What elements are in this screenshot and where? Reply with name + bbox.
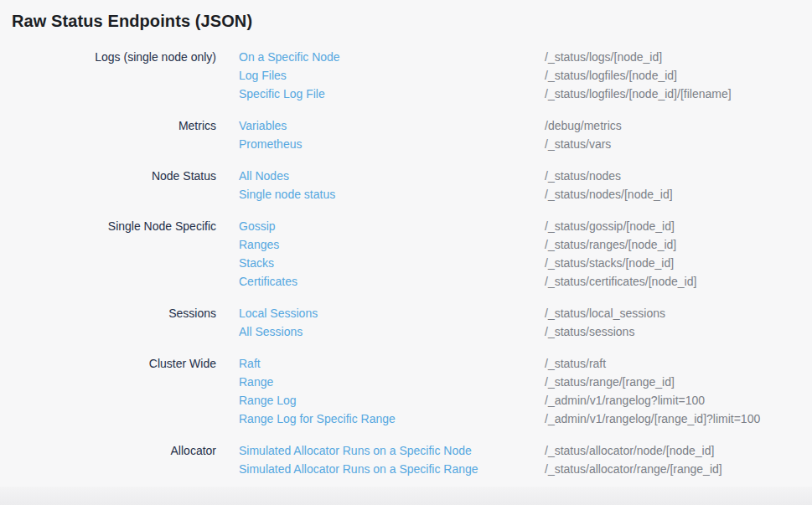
endpoint-link[interactable]: Local Sessions [239, 304, 318, 322]
endpoint-path: /_status/local_sessions [545, 304, 812, 322]
endpoint-path: /_status/stacks/[node_id] [545, 254, 812, 272]
links-column: VariablesPrometheus [239, 116, 545, 153]
category-label: Node Status [0, 167, 216, 185]
endpoint-path: /_status/nodes/[node_id] [545, 185, 812, 204]
endpoint-path: /_status/nodes [545, 167, 812, 185]
endpoint-path: /_status/allocator/range/[range_id] [545, 460, 812, 478]
category-label: Logs (single node only) [0, 48, 216, 66]
endpoint-path: /_status/allocator/node/[node_id] [545, 441, 812, 460]
endpoint-link[interactable]: Raft [239, 354, 261, 373]
paths-column: /debug/metrics/_status/vars [545, 116, 812, 153]
endpoint-section: Node Status All NodesSingle node status … [0, 167, 812, 204]
endpoint-link[interactable]: Range Log for Specific Range [239, 410, 396, 428]
endpoint-link[interactable]: Simulated Allocator Runs on a Specific N… [239, 441, 472, 460]
endpoint-path: /_status/logfiles/[node_id]/[filename] [545, 85, 812, 103]
endpoint-path: /debug/metrics [545, 116, 812, 135]
endpoint-section: Metrics VariablesPrometheus /debug/metri… [0, 116, 812, 153]
endpoint-link[interactable]: Specific Log File [239, 85, 325, 103]
endpoint-path: /_status/logs/[node_id] [545, 48, 812, 66]
endpoint-section: Allocator Simulated Allocator Runs on a … [0, 441, 812, 478]
links-column: On a Specific NodeLog FilesSpecific Log … [239, 48, 545, 103]
endpoint-link[interactable]: All Sessions [239, 322, 303, 341]
endpoint-link[interactable]: Variables [239, 116, 287, 135]
paths-column: /_status/nodes/_status/nodes/[node_id] [545, 167, 812, 204]
links-column: Simulated Allocator Runs on a Specific N… [239, 441, 545, 478]
endpoint-link[interactable]: Range [239, 373, 273, 391]
category-label: Sessions [0, 304, 216, 322]
category-label: Cluster Wide [0, 354, 216, 373]
links-column: All NodesSingle node status [239, 167, 545, 204]
endpoint-path: /_status/range/[range_id] [545, 373, 812, 391]
endpoint-section: Cluster Wide RaftRangeRange LogRange Log… [0, 354, 812, 428]
category-label: Allocator [0, 441, 216, 460]
endpoint-section: Sessions Local SessionsAll Sessions /_st… [0, 304, 812, 341]
endpoint-path: /_status/raft [545, 354, 812, 373]
endpoint-link[interactable]: Prometheus [239, 135, 302, 153]
links-column: GossipRangesStacksCertificates [239, 217, 545, 291]
endpoint-path: /_status/vars [545, 135, 812, 153]
page-bottom-strip [0, 487, 812, 505]
endpoint-link[interactable]: Single node status [239, 185, 335, 204]
endpoint-link[interactable]: On a Specific Node [239, 48, 340, 66]
endpoint-path: /_status/sessions [545, 322, 812, 341]
endpoint-path: /_status/gossip/[node_id] [545, 217, 812, 235]
endpoint-link[interactable]: Log Files [239, 66, 287, 85]
paths-column: /_status/allocator/node/[node_id]/_statu… [545, 441, 812, 478]
paths-column: /_status/logs/[node_id]/_status/logfiles… [545, 48, 812, 103]
debug-page: Raw Status Endpoints (JSON) Logs (single… [0, 0, 812, 505]
endpoint-path: /_status/logfiles/[node_id] [545, 66, 812, 85]
endpoint-link[interactable]: Certificates [239, 272, 297, 291]
endpoint-link[interactable]: Range Log [239, 391, 297, 410]
page-title: Raw Status Endpoints (JSON) [0, 0, 812, 32]
endpoint-path: /_status/ranges/[node_id] [545, 235, 812, 254]
links-column: RaftRangeRange LogRange Log for Specific… [239, 354, 545, 428]
endpoint-path: /_status/certificates/[node_id] [545, 272, 812, 291]
endpoint-path: /_admin/v1/rangelog?limit=100 [545, 391, 812, 410]
endpoint-path: /_admin/v1/rangelog/[range_id]?limit=100 [545, 410, 812, 428]
paths-column: /_status/local_sessions/_status/sessions [545, 304, 812, 341]
links-column: Local SessionsAll Sessions [239, 304, 545, 341]
endpoint-link[interactable]: Ranges [239, 235, 279, 254]
endpoint-link[interactable]: Simulated Allocator Runs on a Specific R… [239, 460, 478, 478]
endpoints-list: Logs (single node only) On a Specific No… [0, 48, 812, 478]
paths-column: /_status/gossip/[node_id]/_status/ranges… [545, 217, 812, 291]
endpoint-link[interactable]: All Nodes [239, 167, 289, 185]
paths-column: /_status/raft/_status/range/[range_id]/_… [545, 354, 812, 428]
endpoint-section: Single Node Specific GossipRangesStacksC… [0, 217, 812, 291]
endpoint-link[interactable]: Gossip [239, 217, 276, 235]
category-label: Metrics [0, 116, 216, 135]
category-label: Single Node Specific [0, 217, 216, 235]
endpoint-section: Logs (single node only) On a Specific No… [0, 48, 812, 103]
endpoint-link[interactable]: Stacks [239, 254, 274, 272]
